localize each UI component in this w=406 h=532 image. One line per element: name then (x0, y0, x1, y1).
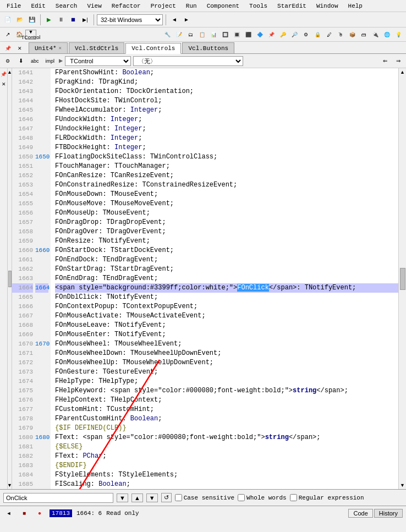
vscroll-thumb[interactable] (400, 268, 405, 290)
palette-btn-8[interactable]: ⬛ (243, 30, 254, 40)
run-btn[interactable]: ▶ (43, 15, 54, 25)
palette-btn-7[interactable]: 🔳 (231, 30, 242, 40)
step-btn[interactable]: ▶| (80, 15, 91, 25)
tab-stdctrls[interactable]: Vcl.StdCtrls (69, 42, 124, 53)
comp-arrow-btn[interactable]: ↗ (2, 30, 13, 40)
menu-project[interactable]: Project (146, 2, 180, 10)
menu-run[interactable]: Run (182, 2, 201, 10)
palette-btn-14[interactable]: 🔒 (312, 30, 323, 40)
code-line-1646: FUndockWidth: Integer; (55, 115, 398, 124)
abc-btn[interactable]: abc (29, 56, 41, 66)
method-dropdown[interactable]: 〈无〉 (133, 56, 243, 66)
impl-btn[interactable]: impl (43, 56, 57, 66)
history-tab-btn[interactable]: History (374, 509, 403, 518)
vscroll-down-btn[interactable]: ▼ (400, 482, 405, 488)
palette-btn-20[interactable]: 🌐 (381, 30, 392, 40)
open-btn[interactable]: 📂 (14, 15, 25, 25)
code-line-1682: FText: PChar; (55, 452, 398, 461)
code-line-1649: FTBDockHeight: Integer; (55, 143, 398, 152)
palette-btn-6[interactable]: 🔲 (220, 30, 231, 40)
regex-group: Regular expression (290, 494, 364, 501)
breadcrumb-sep: ▶ (59, 57, 63, 65)
menu-refactor[interactable]: Refactor (107, 2, 145, 10)
code-line-1685: FIScaling: Boolean; (55, 480, 398, 489)
code-line-1641: FParentShowHint: Boolean; (55, 68, 398, 78)
palette-btn-5[interactable]: 📊 (208, 30, 219, 40)
new-btn[interactable]: 📄 (2, 15, 13, 25)
left-vscroll[interactable]: ▲ ▼ (8, 68, 12, 489)
find-prev-btn[interactable]: ▲ (131, 493, 143, 502)
menu-tools[interactable]: Tools (245, 2, 272, 10)
code-editor[interactable]: FParentShowHint: Boolean; FDragKind: TDr… (51, 68, 398, 489)
palette-btn-13[interactable]: ⚙ (300, 30, 311, 40)
tab-unit4-close-icon[interactable]: ✕ (59, 45, 62, 51)
palette-btn-21[interactable]: 💡 (393, 30, 404, 40)
pause-btn[interactable]: ⏸ (56, 15, 67, 25)
status-stop-btn[interactable]: ■ (19, 508, 30, 518)
code-tab-btn[interactable]: Code (348, 509, 372, 518)
nav-back-btn[interactable]: ◄ (169, 15, 180, 25)
whole-words-checkbox[interactable] (238, 494, 245, 501)
palette-btn-9[interactable]: 🔷 (254, 30, 265, 40)
find-dropdown-btn[interactable]: ▼ (117, 493, 128, 502)
menu-search[interactable]: Search (51, 2, 82, 10)
scroll-down-btn[interactable]: ▼ (7, 482, 12, 488)
case-sensitive-checkbox[interactable] (175, 494, 182, 501)
regex-label: Regular expression (299, 495, 364, 501)
close-all-btn[interactable]: ✕ (14, 43, 25, 53)
palette-btn-15[interactable]: 🖊 (323, 30, 334, 40)
menu-edit[interactable]: Edit (26, 2, 50, 10)
find-next-btn[interactable]: ▼ (146, 493, 158, 502)
menu-staredit[interactable]: StarEdit (273, 2, 311, 10)
pin-btn[interactable]: 📌 (2, 43, 13, 53)
menu-file[interactable]: File (2, 2, 25, 10)
menu-help[interactable]: Help (344, 2, 367, 10)
editor-area: 📌 ✕ ▲ ▼ 16411642164316441645164616471648… (0, 68, 406, 489)
save-btn[interactable]: 💾 (26, 15, 37, 25)
stop-btn[interactable]: ⏹ (68, 15, 79, 25)
tab-unit4-label: Unit4* (35, 45, 57, 52)
nav-arrow-btn[interactable]: ⬇ (15, 56, 26, 66)
palette-btn-11[interactable]: 🔑 (277, 30, 288, 40)
find-refresh-btn[interactable]: ↺ (161, 493, 172, 502)
palette-btn-18[interactable]: 🗃 (358, 30, 369, 40)
code-line-1681: {$ELSE} (55, 442, 398, 452)
align-left-btn[interactable]: ⇐ (380, 56, 391, 66)
menu-view[interactable]: View (83, 2, 106, 10)
palette-btn-1[interactable]: 🔧 (162, 30, 173, 40)
find-input[interactable] (3, 493, 113, 503)
main-toolbar: 📄 📂 💾 ▶ ⏸ ⏹ ▶| 32-bit Windows ◄ ► (0, 12, 406, 28)
whole-words-group: Whole words (238, 494, 287, 501)
comp-tcontrol-btn[interactable]: ▼ TControl (25, 30, 36, 40)
code-line-1655: FOnMouseMove: TMouseMoveEvent; (55, 199, 398, 209)
palette-btn-16[interactable]: 🖱 (335, 30, 346, 40)
palette-btn-3[interactable]: 🗂 (185, 30, 196, 40)
palette-btn-17[interactable]: 📦 (347, 30, 358, 40)
regex-checkbox[interactable] (290, 494, 297, 501)
status-record-btn[interactable]: ● (34, 508, 45, 518)
palette-btn-12[interactable]: 🔎 (289, 30, 300, 40)
palette-btn-2[interactable]: 📝 (173, 30, 184, 40)
code-line-1661: FOnEndDock: TEndDragEvent; (55, 255, 398, 265)
status-nav-prev-btn[interactable]: ◄ (3, 508, 14, 518)
class-dropdown[interactable]: TControl (65, 56, 131, 66)
palette-btn-19[interactable]: 🔌 (370, 30, 381, 40)
menu-component[interactable]: Component (202, 2, 244, 10)
nav-settings-btn[interactable]: ⚙ (2, 56, 13, 66)
scroll-up-btn[interactable]: ▲ (7, 69, 12, 75)
palette-btn-4[interactable]: 📋 (196, 30, 207, 40)
separator-2 (94, 14, 94, 25)
tab-unit4[interactable]: Unit4* ✕ (29, 42, 68, 53)
menu-window[interactable]: Window (312, 2, 343, 10)
right-vscroll[interactable]: ▲ ▼ (398, 68, 406, 489)
platform-select[interactable]: 32-bit Windows (97, 14, 163, 25)
code-line-1667: FOnMouseActivate: TMouseActivateEvent; (55, 311, 398, 321)
tab-buttons[interactable]: Vcl.Buttons (182, 42, 234, 53)
code-line-1668: FOnMouseLeave: TNotifyEvent; (55, 321, 398, 330)
nav-fwd-btn[interactable]: ► (181, 15, 192, 25)
align-right-btn[interactable]: ⇒ (393, 56, 404, 66)
scroll-thumb[interactable] (8, 271, 12, 287)
palette-btn-10[interactable]: 📌 (266, 30, 277, 40)
tab-controls[interactable]: Vcl.Controls (125, 43, 181, 54)
vscroll-up-btn[interactable]: ▲ (400, 69, 405, 75)
